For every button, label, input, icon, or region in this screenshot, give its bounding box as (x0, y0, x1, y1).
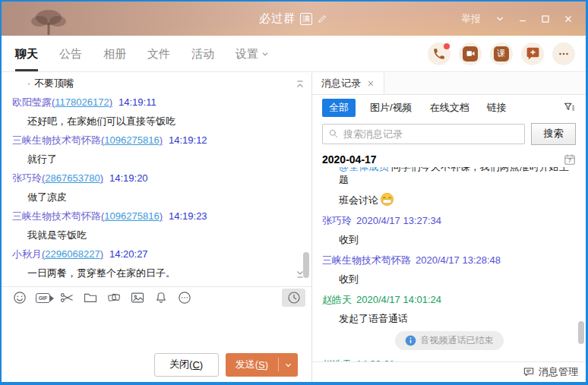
message-history-button[interactable] (282, 289, 305, 307)
close-chat-button[interactable]: 关闭(C) (154, 353, 219, 377)
screenshot-button[interactable] (55, 289, 78, 307)
filter-images-videos[interactable]: 图片/视频 (370, 101, 413, 115)
tab-announcement[interactable]: 公告 (59, 36, 82, 72)
send-button[interactable]: 发送(S) (226, 353, 298, 377)
search-button[interactable]: 搜索 (531, 123, 576, 145)
uin-link[interactable]: 1178026172 (52, 96, 112, 108)
history-message: 收到 (339, 233, 576, 246)
history-footer: 消息管理 (312, 361, 586, 382)
chat-toolbar: GIF (2, 287, 311, 308)
qq-group-chat-window: 必过群 满 举报 聊天 公告 相册 文件 活动 (0, 0, 588, 385)
history-message-header: 赵皓天2020/4/17 14:01:24 (322, 293, 576, 306)
call-ended-notice-row: 音视频通话已结束 (322, 331, 576, 350)
filter-all[interactable]: 全部 (322, 99, 356, 117)
collapse-panel-icon[interactable] (296, 78, 305, 92)
search-box (322, 124, 525, 144)
chat-message-header: 欧阳莹露117802617214:19:11 (12, 96, 292, 109)
close-tab-icon[interactable] (367, 80, 375, 87)
emoji-button[interactable] (8, 289, 31, 307)
history-message: 收到 (339, 273, 576, 286)
notification-settings-button[interactable] (149, 289, 172, 307)
chat-column: ·不要顶嘴 欧阳莹露117802617214:19:11 还好吧，在家她们可以直… (2, 73, 311, 382)
calendar-picker-button[interactable]: 7 (564, 153, 576, 166)
filter-online-docs[interactable]: 在线文档 (430, 101, 469, 115)
history-date-row: 2020-04-17 7 (312, 147, 586, 167)
info-icon (405, 335, 416, 346)
message-manage-icon (523, 366, 535, 378)
tab-settings[interactable]: 设置 (236, 36, 269, 72)
edit-title-icon[interactable] (317, 13, 328, 24)
shake-window-icon (106, 290, 122, 305)
tab-files[interactable]: 文件 (147, 36, 170, 72)
expand-panel-icon[interactable] (296, 268, 305, 282)
active-tab-underline (15, 69, 38, 71)
tab-album[interactable]: 相册 (103, 36, 126, 72)
nav-action-buttons: 课 (428, 43, 575, 65)
report-button[interactable]: 举报 (461, 12, 481, 26)
chat-message: 我就是等饭吃 (27, 229, 292, 241)
message-manage-button[interactable]: 消息管理 (539, 365, 578, 379)
more-actions-button[interactable] (552, 43, 575, 65)
send-file-button[interactable] (78, 289, 102, 307)
notification-dot (444, 43, 450, 49)
plus-bubble-icon (525, 46, 541, 62)
chat-message-header: 张巧玲286765378014:19:20 (12, 172, 292, 185)
phone-icon (432, 47, 446, 61)
send-image-button[interactable] (125, 289, 149, 307)
window-controls: 举报 (461, 2, 580, 36)
image-icon (130, 290, 145, 305)
chat-message: 一日两餐，贯穿整个在家的日子。 (27, 267, 292, 279)
search-input[interactable] (343, 128, 519, 140)
folder-icon (83, 290, 98, 305)
chat-message: 还好吧，在家她们可以直接等饭吃 (27, 115, 292, 128)
history-message: 班会讨论 (339, 192, 576, 207)
chevron-down-icon (284, 361, 292, 369)
smiley-icon (12, 290, 27, 305)
class-button[interactable]: 课 (490, 43, 513, 65)
minimize-button[interactable] (511, 2, 534, 36)
chat-history[interactable]: ·不要顶嘴 欧阳莹露117802617214:19:11 还好吧，在家她们可以直… (2, 73, 311, 287)
tab-chat[interactable]: 聊天 (15, 36, 38, 72)
history-search-row: 搜索 (312, 120, 586, 147)
group-title: 必过群 (259, 11, 296, 26)
history-tabbar: 消息记录 (312, 73, 586, 95)
bell-icon (153, 290, 169, 305)
close-button[interactable] (557, 2, 580, 36)
window-shake-button[interactable] (102, 289, 125, 307)
titlebar: 必过群 满 举报 (2, 2, 586, 36)
filter-links[interactable]: 链接 (487, 101, 507, 115)
voice-call-button[interactable] (428, 43, 450, 65)
uin-link[interactable]: 2296068227 (42, 248, 103, 260)
uin-link[interactable]: 1096275816 (101, 210, 163, 222)
gif-button[interactable]: GIF (31, 289, 55, 307)
video-camera-icon (463, 46, 478, 62)
message-input-area[interactable] (2, 308, 311, 347)
more-tools-button[interactable] (172, 289, 196, 307)
chat-message-header: 小秋月229606822714:20:27 (12, 248, 292, 260)
video-call-button[interactable] (459, 43, 482, 65)
date-header: 2020-04-17 (322, 153, 377, 166)
history-message-header: 三峡生物技术苟怀路2020/4/17 13:28:48 (322, 254, 576, 267)
call-ended-notice: 音视频通话已结束 (395, 331, 504, 350)
class-icon: 课 (494, 46, 509, 62)
group-post-button[interactable] (521, 43, 544, 65)
chat-message-header: 三峡生物技术苟怀路109627581614:19:12 (12, 134, 292, 147)
chat-message: 做了凉皮 (27, 191, 292, 204)
maximize-button[interactable] (534, 2, 557, 36)
history-filters: 全部 图片/视频 在线文档 链接 (312, 95, 586, 120)
chat-message-header: 三峡生物技术苟怀路109627581614:19:23 (12, 210, 292, 222)
tab-activity[interactable]: 活动 (191, 36, 214, 72)
uin-link[interactable]: 1096275816 (101, 134, 163, 146)
chat-button-row: 关闭(C) 发送(S) (2, 347, 311, 382)
grin-emoji-icon (380, 192, 394, 207)
search-icon (328, 128, 339, 139)
uin-link[interactable]: 2867653780 (42, 172, 103, 184)
history-scrollbar-thumb[interactable] (578, 321, 584, 344)
filter-settings-button[interactable] (563, 101, 576, 114)
history-entries[interactable]: @全体成员 同学们今天不补课，我们两点准时开始主题 班会讨论 张巧玲2020/4… (312, 167, 586, 361)
group-full-badge: 满 (300, 13, 312, 25)
send-options-button[interactable] (279, 353, 298, 377)
chevron-down-icon[interactable] (488, 2, 511, 36)
history-message: 发起了语音通话 (339, 312, 576, 325)
tab-message-history[interactable]: 消息记录 (312, 73, 384, 94)
